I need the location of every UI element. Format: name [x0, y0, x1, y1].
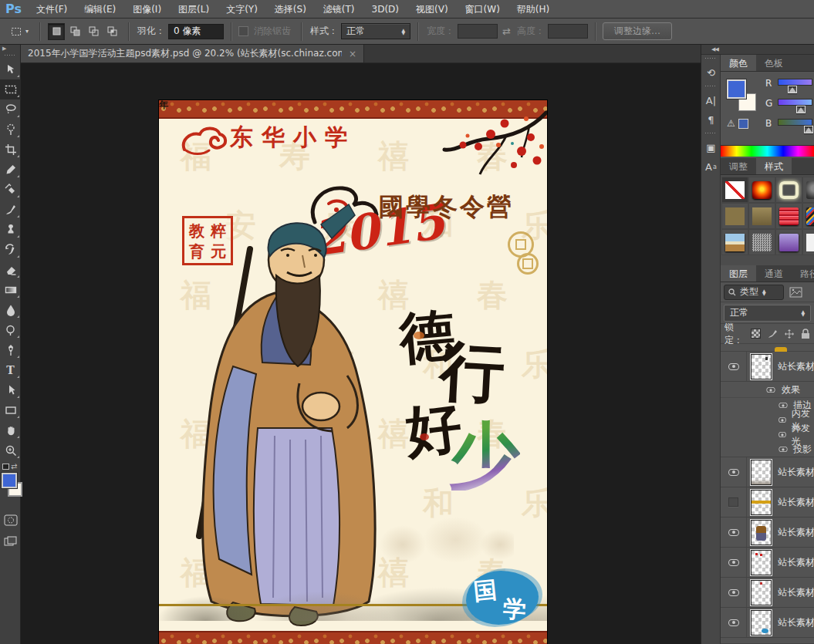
marquee-tool[interactable] [0, 79, 21, 99]
effect-row[interactable]: 外发光 [721, 427, 814, 442]
style-swatch-noise[interactable] [748, 229, 775, 255]
style-swatch-olive[interactable] [721, 203, 748, 229]
channel-slider[interactable] [778, 119, 812, 126]
layer-row[interactable]: 站长素材 [721, 518, 814, 548]
layer-filter-dropdown[interactable]: 类型 ▲▼ [724, 285, 784, 300]
slider-thumb-icon[interactable] [789, 86, 796, 93]
hand-tool[interactable] [0, 420, 21, 440]
spot-healing-tool[interactable] [0, 180, 21, 200]
slider-thumb-icon[interactable] [797, 106, 805, 113]
crop-tool[interactable] [0, 140, 21, 160]
gamut-warning[interactable]: ⚠ [727, 118, 748, 129]
pixel-filter-icon[interactable] [789, 287, 802, 298]
foreground-color-swatch[interactable] [727, 79, 746, 99]
eyedropper-tool[interactable] [0, 160, 21, 180]
lock-pixels-icon[interactable] [767, 328, 778, 340]
poster-document[interactable]: 福寿禧春安康和乐福寿禧春安康和乐福寿禧春安康和乐福寿禧春 东华小学 2015 [159, 100, 547, 644]
menu-item[interactable]: 文件(F) [28, 0, 76, 19]
tab-paths[interactable]: 路径 [792, 265, 814, 282]
history-brush-tool[interactable] [0, 240, 21, 260]
lock-position-icon[interactable] [784, 328, 795, 340]
dock-grip[interactable] [704, 132, 717, 136]
visibility-eye-icon[interactable] [728, 529, 739, 536]
style-swatch-multicolor[interactable] [802, 203, 814, 229]
dodge-tool[interactable] [0, 320, 21, 340]
layer-name[interactable]: 站长素材 [778, 586, 814, 599]
layer-thumbnail[interactable] [751, 520, 772, 545]
foreground-color-swatch[interactable] [2, 473, 17, 488]
style-dropdown[interactable]: 正常 ▲▼ [341, 23, 410, 39]
visibility-eye-icon[interactable] [779, 432, 785, 437]
eye-cell[interactable] [721, 487, 747, 517]
path-selection-tool[interactable] [0, 380, 21, 400]
layer-name[interactable]: 站长素材 [778, 360, 814, 373]
layer-row[interactable]: 站长素材 [721, 352, 814, 382]
height-input[interactable] [548, 24, 588, 39]
clone-stamp-tool[interactable] [0, 220, 21, 240]
character-panel-icon[interactable]: A| [701, 91, 721, 110]
visibility-eye-icon[interactable] [728, 619, 739, 626]
menu-item[interactable]: 滤镜(T) [315, 0, 363, 19]
blur-tool[interactable] [0, 300, 21, 320]
layer-thumbnail[interactable] [751, 460, 772, 485]
style-swatch-tan-gradient[interactable] [748, 203, 775, 229]
style-swatch-landscape[interactable] [721, 229, 748, 255]
visibility-eye-icon[interactable] [766, 386, 775, 392]
clone-source-icon[interactable]: ▣ [701, 138, 721, 157]
visibility-eye-icon[interactable] [779, 403, 787, 408]
tab-channels[interactable]: 通道 [756, 265, 792, 282]
layer-row[interactable]: 站长素材 [721, 548, 814, 578]
lock-all-icon[interactable] [801, 328, 810, 340]
tab-color[interactable]: 颜色 [721, 55, 756, 71]
style-swatch-red-glow[interactable] [748, 177, 775, 203]
layer-row[interactable]: 站长素材 [721, 578, 814, 608]
closest-web-color-swatch[interactable] [738, 119, 748, 129]
quick-selection-tool[interactable] [0, 120, 21, 140]
toolbar-collapse-arrow[interactable]: ▶ [0, 45, 20, 53]
tab-swatches[interactable]: 色板 [756, 55, 792, 71]
menu-item[interactable]: 选择(S) [266, 0, 315, 19]
effect-row[interactable]: 投影 [721, 442, 814, 457]
dock-grip[interactable] [704, 85, 717, 89]
brush-tool[interactable] [0, 200, 21, 220]
visibility-eye-icon[interactable] [779, 417, 785, 423]
menu-item[interactable]: 文字(Y) [218, 0, 266, 19]
selection-mode-subtract-button[interactable] [85, 23, 102, 40]
style-swatch-white[interactable] [802, 229, 814, 255]
layer-name[interactable]: 站长素材 [778, 526, 814, 539]
eye-cell[interactable] [721, 548, 747, 577]
spectrum-ramp[interactable] [721, 145, 814, 157]
eye-cell[interactable] [721, 518, 747, 547]
zoom-tool[interactable] [0, 440, 21, 460]
close-icon[interactable]: × [349, 49, 356, 59]
menu-item[interactable]: 编辑(E) [76, 0, 124, 19]
layer-thumbnail[interactable] [751, 354, 772, 379]
layer-thumbnail[interactable] [751, 580, 772, 605]
lasso-tool[interactable] [0, 99, 21, 120]
eye-cell[interactable] [721, 608, 747, 637]
menu-item[interactable]: 图像(I) [124, 0, 170, 19]
layer-name[interactable]: 站长素材 [778, 466, 814, 479]
antialias-checkbox[interactable] [238, 26, 248, 36]
rectangle-tool[interactable] [0, 400, 21, 420]
tab-adjustments[interactable]: 调整 [721, 158, 756, 174]
style-swatch-none[interactable] [721, 177, 748, 203]
paragraph-panel-icon[interactable]: ¶ [701, 110, 721, 130]
visibility-eye-icon[interactable] [728, 589, 739, 596]
layer-name[interactable]: 站长素材 [778, 616, 814, 629]
channel-slider[interactable] [778, 79, 812, 86]
refine-edge-button[interactable]: 调整边缘… [603, 22, 672, 40]
layer-name[interactable]: 站长素材 [778, 496, 814, 509]
effects-header-row[interactable]: 效果 [721, 382, 814, 398]
document-tab[interactable]: 2015年小学国学活动主题psd素材.psd @ 20.2% (站长素材(sc.… [21, 45, 364, 62]
visibility-eye-icon[interactable] [728, 469, 739, 476]
layer-row[interactable]: 站长素材 [721, 608, 814, 638]
layer-row[interactable]: 站长素材 [721, 457, 814, 487]
gradient-tool[interactable] [0, 280, 21, 300]
width-input[interactable] [458, 24, 498, 39]
character-styles-icon[interactable]: Aa [701, 157, 721, 177]
menu-item[interactable]: 视图(V) [407, 0, 457, 19]
menu-item[interactable]: 窗口(W) [457, 0, 508, 19]
history-icon[interactable]: ⟲ [701, 63, 721, 83]
visibility-empty-icon[interactable] [728, 497, 738, 507]
